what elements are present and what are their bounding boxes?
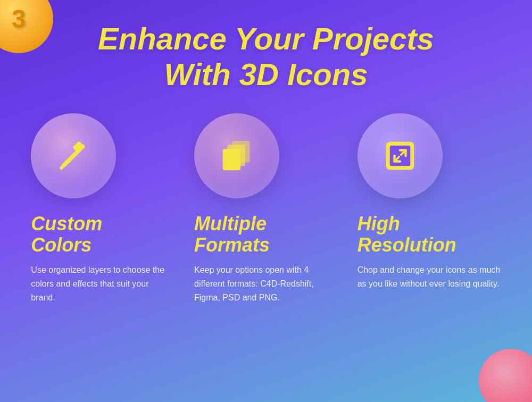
orb-1 [31,113,116,198]
layers-icon [218,137,255,174]
orb-2 [194,113,279,198]
card-3-title-line1: High [358,213,400,234]
card-1-title-line1: Custom [31,213,102,234]
card-3-description: Chop and change your icons as much as yo… [358,263,501,291]
resize-icon [381,137,419,174]
title-line1: Enhance Your Projects [98,21,434,56]
card-2-title-line2: Formats [194,234,270,256]
main-title: Enhance Your Projects With 3D Icons [0,21,532,92]
card-2-title: Multiple Formats [194,213,338,255]
cards-row: Custom Colors Use organized layers to ch… [0,113,532,305]
card-1-description: Use organized layers to choose the color… [31,263,174,305]
card-2-title-line1: Multiple [194,213,267,234]
card-2-description: Keep your options open with 4 different … [194,263,338,305]
card-3-title-line2: Resolution [358,234,456,256]
svg-line-0 [64,147,83,165]
card-1-title: Custom Colors [31,213,174,255]
pink-blob-decoration [479,349,532,402]
card-3-title: High Resolution [358,213,501,255]
orb-3 [358,113,443,198]
main-container: 3 Enhance Your Projects With 3D Icons Cu [0,0,532,402]
card-1-title-line2: Colors [31,234,92,256]
card-custom-colors: Custom Colors Use organized layers to ch… [26,113,180,305]
title-line2: With 3D Icons [164,57,368,91]
card-multiple-formats: Multiple Formats Keep your options open … [189,113,343,305]
svg-rect-6 [232,141,250,162]
svg-rect-8 [389,146,410,166]
pencil-icon [55,137,92,174]
title-section: Enhance Your Projects With 3D Icons [0,0,532,108]
card-high-resolution: High Resolution Chop and change your ico… [352,113,506,291]
coin-label: 3 [12,4,26,34]
